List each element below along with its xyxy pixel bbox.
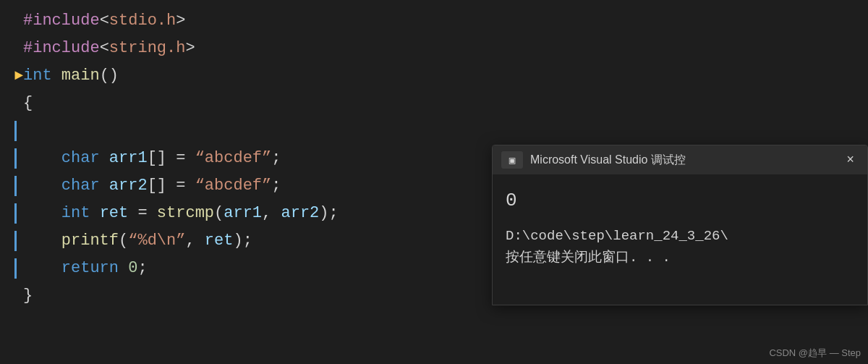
token-punctuation: ()	[100, 63, 119, 88]
terminal-popup: ▣ Microsoft Visual Studio 调试控 × 0 D:\cod…	[492, 145, 868, 305]
terminal-titlebar: ▣ Microsoft Visual Studio 调试控 ×	[493, 145, 867, 174]
line-indicator: ►	[14, 64, 23, 88]
token-variable: ret	[100, 200, 129, 226]
token-plain	[23, 145, 61, 171]
token-include-bracket: <	[100, 8, 109, 33]
code-line: #include<string.h>	[14, 35, 854, 62]
token-string-val: “%d\n”	[128, 228, 185, 253]
token-variable: ret	[205, 228, 234, 253]
terminal-zero-output: 0	[506, 186, 854, 216]
token-variable: arr1	[109, 145, 148, 171]
token-variable: arr1	[224, 200, 262, 226]
token-function-name: main	[61, 63, 100, 88]
token-plain	[100, 145, 109, 171]
token-preprocessor: #include	[23, 35, 100, 61]
token-plain: =	[128, 200, 157, 226]
token-include-bracket: <	[100, 35, 109, 61]
token-keyword: int	[23, 63, 52, 88]
terminal-icon-glyph: ▣	[509, 154, 515, 166]
token-function-name: strcmp	[157, 200, 214, 226]
token-punctuation: );	[319, 200, 338, 226]
terminal-path-output: D:\code\step\learn_24_3_26\	[506, 225, 854, 247]
token-punctuation: );	[233, 228, 252, 253]
line-indicator	[14, 9, 23, 33]
line-indicator	[14, 174, 23, 198]
line-indicator	[14, 284, 23, 308]
token-keyword: return	[61, 255, 119, 281]
token-punctuation: []	[148, 173, 166, 198]
token-plain	[90, 200, 99, 226]
token-punctuation: ,	[185, 228, 204, 253]
token-plain: =	[166, 173, 195, 198]
terminal-press-output: 按任意键关闭此窗口. . .	[506, 247, 854, 268]
token-preprocessor: #include	[23, 8, 100, 33]
token-string-val: “abcdef”	[195, 173, 272, 198]
token-punctuation: }	[23, 283, 33, 308]
token-plain: =	[166, 145, 195, 171]
line-indicator	[14, 229, 23, 253]
token-variable: arr2	[109, 173, 148, 198]
token-number: 0	[128, 255, 137, 281]
line-indicator	[14, 147, 23, 170]
token-variable: arr2	[281, 200, 319, 226]
token-keyword: char	[61, 173, 100, 198]
terminal-close-button[interactable]: ×	[842, 151, 859, 169]
line-indicator	[14, 257, 23, 280]
token-include-name: stdio.h	[109, 8, 176, 33]
token-plain	[119, 255, 128, 281]
code-line	[14, 117, 854, 145]
code-line: ►int main()	[14, 62, 854, 90]
watermark: CSDN @趋早 — Step	[769, 347, 861, 360]
token-string-val: “abcdef”	[195, 145, 272, 171]
token-keyword: char	[61, 145, 100, 171]
line-indicator	[14, 37, 23, 60]
line-indicator	[14, 92, 23, 115]
editor-area: #include<stdio.h> #include<string.h>►int…	[0, 0, 868, 364]
token-plain	[100, 173, 109, 198]
token-punctuation: {	[23, 90, 33, 116]
code-line: #include<stdio.h>	[14, 7, 854, 35]
token-punctuation: ;	[137, 255, 147, 281]
token-plain	[23, 200, 61, 226]
terminal-body: 0 D:\code\step\learn_24_3_26\ 按任意键关闭此窗口.…	[493, 174, 867, 305]
terminal-title-left: ▣ Microsoft Visual Studio 调试控	[501, 151, 686, 169]
token-punctuation: ,	[262, 200, 281, 226]
token-punctuation: (	[214, 200, 224, 226]
token-plain	[23, 228, 61, 253]
line-indicator	[14, 119, 23, 143]
token-punctuation: (	[119, 228, 128, 253]
token-include-name: string.h	[109, 35, 186, 61]
token-include-bracket: >	[176, 8, 185, 33]
terminal-title-text: Microsoft Visual Studio 调试控	[530, 153, 686, 168]
token-plain	[23, 173, 61, 198]
token-keyword: int	[61, 200, 90, 226]
token-punctuation: ;	[271, 145, 281, 171]
token-include-bracket: >	[185, 35, 195, 61]
token-plain	[23, 255, 61, 281]
token-punctuation: ;	[271, 173, 281, 198]
line-indicator	[14, 202, 23, 225]
terminal-icon: ▣	[501, 151, 523, 169]
token-plain	[52, 63, 61, 88]
terminal-output: 0 D:\code\step\learn_24_3_26\ 按任意键关闭此窗口.…	[506, 186, 854, 268]
code-line: {	[14, 90, 854, 117]
token-function-name: printf	[61, 228, 119, 253]
token-punctuation: []	[148, 145, 166, 171]
